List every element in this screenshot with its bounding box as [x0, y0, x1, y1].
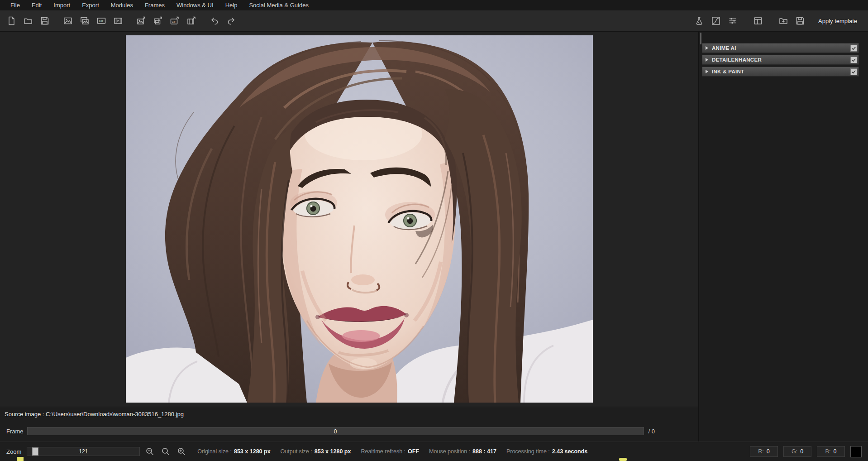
export-gif-icon: GIF	[170, 16, 179, 25]
modules-button[interactable]	[692, 14, 706, 28]
load-template-folder-icon	[779, 16, 788, 25]
menu-item-file[interactable]: File	[5, 0, 26, 10]
frame-label: Frame	[6, 428, 24, 435]
frame-total: / 0	[649, 428, 655, 435]
menu-item-modules[interactable]: Modules	[105, 0, 139, 10]
open-file-button[interactable]	[21, 14, 35, 28]
parameters-button[interactable]	[726, 14, 739, 28]
menu-item-windows-ui[interactable]: Windows & UI	[171, 0, 219, 10]
zoom-in-icon	[177, 447, 186, 456]
realtime-refresh-label: Realtime refresh :	[361, 448, 405, 455]
red-value-box: R: 0	[750, 446, 778, 457]
menu-bar: File Edit Import Export Modules Frames W…	[0, 0, 868, 10]
zoom-fit-button[interactable]	[160, 446, 172, 457]
frame-slider[interactable]: 0	[27, 427, 644, 435]
red-value: 0	[767, 448, 770, 455]
toolbar-group-export: GIF	[134, 14, 198, 28]
frame-row: Frame 0 / 0	[0, 421, 698, 442]
export-image-button[interactable]	[134, 14, 148, 28]
section-checkbox[interactable]	[850, 57, 857, 63]
modules-flask-icon	[695, 16, 704, 25]
load-template-button[interactable]	[777, 14, 790, 28]
panel-scrollbar[interactable]	[700, 33, 701, 44]
template-button[interactable]	[751, 14, 765, 28]
green-value: 0	[800, 448, 803, 455]
menu-item-frames[interactable]: Frames	[139, 0, 171, 10]
green-value-box: G: 0	[783, 446, 811, 457]
export-video-button[interactable]	[185, 14, 198, 28]
green-label: G:	[792, 448, 797, 455]
zoom-fit-icon	[161, 447, 170, 456]
toolbar-right: Apply template	[692, 14, 861, 28]
section-checkbox[interactable]	[850, 45, 857, 52]
zoom-slider[interactable]: 121	[27, 447, 140, 456]
save-button[interactable]	[38, 14, 52, 28]
original-size-status: Original size :853 x 1280 px	[197, 448, 270, 455]
expand-arrow-icon[interactable]	[706, 70, 708, 73]
yellow-indicator-left	[17, 457, 24, 461]
redo-button[interactable]	[224, 14, 238, 28]
zoom-in-button[interactable]	[176, 446, 187, 457]
import-image-button[interactable]	[61, 14, 75, 28]
output-size-value: 853 x 1280 px	[315, 448, 351, 455]
menu-item-export[interactable]: Export	[76, 0, 105, 10]
processing-time-value: 2.43 seconds	[552, 448, 588, 455]
import-gif-button[interactable]: GIF	[95, 14, 108, 28]
zoom-out-button[interactable]	[144, 446, 156, 457]
section-anime-ai[interactable]: ANIME AI	[702, 43, 859, 53]
zoom-value: 121	[27, 447, 139, 456]
undo-button[interactable]	[208, 14, 221, 28]
check-icon	[851, 69, 856, 74]
realtime-refresh-status: Realtime refresh :OFF	[361, 448, 419, 455]
save-icon	[40, 16, 49, 25]
section-label: INK & PAINT	[712, 69, 744, 74]
frame-value: 0	[334, 428, 337, 435]
expand-arrow-icon[interactable]	[706, 58, 708, 62]
import-video-button[interactable]	[111, 14, 125, 28]
menu-item-help[interactable]: Help	[219, 0, 243, 10]
section-detailenhancer[interactable]: DETAILENHANCER	[702, 55, 859, 65]
parameters-sliders-icon	[728, 16, 737, 25]
template-layout-icon	[754, 16, 763, 25]
menu-item-edit[interactable]: Edit	[26, 0, 48, 10]
gif-icon-label: GIF	[99, 19, 104, 23]
toolbar-group-history	[208, 14, 238, 28]
canvas-viewport[interactable]	[0, 32, 698, 407]
section-label: ANIME AI	[712, 45, 736, 51]
export-sequence-icon	[153, 16, 162, 25]
save-template-button[interactable]	[793, 14, 807, 28]
panel-divider	[698, 32, 699, 461]
section-ink-and-paint[interactable]: INK & PAINT	[702, 67, 859, 77]
import-gif-icon: GIF	[97, 16, 106, 25]
source-image-path: Source image : C:\Users\user\Downloads\w…	[5, 411, 184, 418]
apply-template-button[interactable]: Apply template	[815, 15, 861, 27]
zoom-label: Zoom	[6, 448, 21, 455]
export-gif-button[interactable]: GIF	[168, 14, 181, 28]
import-sequence-button[interactable]	[78, 14, 91, 28]
new-file-button[interactable]	[5, 14, 18, 28]
blue-value: 0	[833, 448, 836, 455]
undo-icon	[210, 16, 219, 25]
section-checkbox[interactable]	[850, 68, 857, 75]
rgb-readout: R: 0 G: 0 B: 0	[750, 446, 862, 457]
menu-item-social-media-guides[interactable]: Social Media & Guides	[243, 0, 315, 10]
export-sequence-button[interactable]	[151, 14, 165, 28]
original-size-value: 853 x 1280 px	[234, 448, 271, 455]
save-template-icon	[796, 16, 805, 25]
processing-time-status: Processing time :2.43 seconds	[506, 448, 587, 455]
toolbar-group-file	[5, 14, 52, 28]
mouse-position-value: 888 : 417	[472, 448, 496, 455]
processing-time-label: Processing time :	[506, 448, 550, 455]
import-image-icon	[63, 16, 72, 25]
gif-icon-label: GIF	[172, 20, 176, 23]
toolbar: GIF	[0, 10, 868, 32]
expand-arrow-icon[interactable]	[706, 46, 708, 50]
mouse-position-status: Mouse position :888 : 417	[429, 448, 496, 455]
menu-item-import[interactable]: Import	[48, 0, 76, 10]
toolbar-group-import: GIF	[61, 14, 125, 28]
curves-button[interactable]	[709, 14, 723, 28]
zoom-out-icon	[145, 447, 154, 456]
section-label: DETAILENHANCER	[712, 57, 762, 62]
original-size-label: Original size :	[197, 448, 232, 455]
mouse-position-label: Mouse position :	[429, 448, 470, 455]
